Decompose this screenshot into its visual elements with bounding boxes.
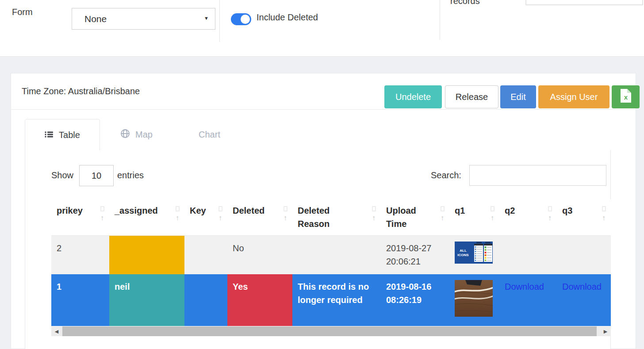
- excel-file-icon: x: [620, 88, 632, 105]
- cell-deleted-reason[interactable]: [292, 236, 381, 274]
- toggle-knob: [241, 15, 250, 24]
- cell-q2[interactable]: Download: [499, 274, 557, 326]
- cell-q3[interactable]: Download: [557, 274, 611, 326]
- svg-text:ICONS: ICONS: [457, 253, 469, 257]
- cell-deleted[interactable]: Yes: [227, 274, 292, 326]
- records-table: prikey ↑ _assigned ↑ Key ↑ Deleted ↑ Del…: [51, 199, 611, 326]
- table-tab-content: Show entries Search: prikey ↑ _assigned …: [25, 150, 611, 349]
- scroll-left-button[interactable]: ◀: [51, 326, 62, 336]
- tab-map[interactable]: Map: [100, 119, 173, 150]
- assign-user-button[interactable]: Assign User: [538, 85, 610, 108]
- timezone-label: Time Zone: Australia/Brisbane: [22, 86, 140, 96]
- tab-chart[interactable]: Chart: [173, 119, 246, 150]
- cell-q1[interactable]: [449, 274, 499, 326]
- page: Form None ▼ Include Deleted records Time…: [0, 0, 644, 349]
- include-deleted-toggle[interactable]: [231, 13, 251, 25]
- cell-prikey[interactable]: 1: [51, 274, 109, 326]
- sort-icon: ↑: [282, 204, 289, 235]
- chevron-down-icon: ▼: [204, 15, 209, 21]
- column-header-q2[interactable]: q2 ↑: [499, 199, 557, 236]
- show-label: Show: [51, 170, 73, 180]
- download-link[interactable]: Download: [505, 282, 544, 291]
- horizontal-scrollbar[interactable]: ◀ ▶: [51, 326, 611, 336]
- list-icon: [45, 130, 54, 140]
- sort-icon: ↑: [546, 204, 553, 235]
- cell-q1[interactable]: ALL ICONS: [449, 236, 499, 274]
- sort-icon: ↑: [439, 204, 446, 235]
- form-select[interactable]: None ▼: [72, 8, 215, 30]
- scrollbar-thumb[interactable]: [62, 326, 597, 336]
- cell-upload-time[interactable]: 2019-08-27 20:06:21: [381, 236, 449, 274]
- cell-deleted[interactable]: No: [227, 236, 292, 274]
- globe-icon: [120, 129, 130, 141]
- svg-text:ALL: ALL: [460, 249, 467, 253]
- export-excel-button[interactable]: x: [612, 85, 640, 108]
- page-size-input[interactable]: [79, 165, 114, 186]
- scroll-right-button[interactable]: ▶: [600, 326, 611, 336]
- records-panel: Time Zone: Australia/Brisbane Undelete R…: [11, 73, 636, 349]
- column-header-upload-time[interactable]: Upload Time ↑: [381, 199, 449, 236]
- column-header-deleted-reason[interactable]: Deleted Reason ↑: [292, 199, 381, 236]
- column-header-assigned[interactable]: _assigned ↑: [109, 199, 184, 236]
- entries-label: entries: [117, 170, 144, 180]
- divider: [219, 0, 220, 42]
- sort-icon: ↑: [489, 204, 496, 235]
- form-select-value: None: [84, 14, 107, 24]
- column-header-q3[interactable]: q3 ↑: [557, 199, 611, 236]
- sort-icon: ↑: [370, 204, 377, 235]
- floor-photo-image: [455, 280, 493, 317]
- cell-prikey[interactable]: 2: [51, 236, 109, 274]
- form-section: Form None ▼ Include Deleted records: [0, 0, 644, 57]
- cell-assigned[interactable]: neil: [109, 274, 184, 326]
- cell-assigned[interactable]: [109, 236, 184, 274]
- search-label: Search:: [431, 170, 461, 180]
- tab-table-label: Table: [59, 130, 80, 140]
- sort-icon: ↑: [99, 204, 106, 235]
- all-icons-image: ALL ICONS: [455, 242, 493, 264]
- divider: [440, 0, 440, 40]
- download-link[interactable]: Download: [562, 282, 602, 291]
- cell-key[interactable]: [184, 236, 227, 274]
- sort-icon: ↑: [174, 204, 181, 235]
- panel-header: Time Zone: Australia/Brisbane Undelete R…: [11, 73, 636, 110]
- sort-icon: ↑: [600, 204, 607, 235]
- svg-text:x: x: [624, 93, 628, 101]
- cell-key[interactable]: [184, 274, 227, 326]
- tab-chart-label: Chart: [199, 130, 220, 140]
- cell-upload-time[interactable]: 2019-08-16 08:26:19: [381, 274, 449, 326]
- sort-icon: ↑: [217, 204, 224, 235]
- undelete-button[interactable]: Undelete: [384, 85, 442, 108]
- tab-table[interactable]: Table: [25, 119, 100, 150]
- release-button[interactable]: Release: [445, 85, 498, 108]
- tab-map-label: Map: [135, 130, 153, 140]
- form-label: Form: [12, 7, 33, 17]
- edit-button[interactable]: Edit: [500, 85, 536, 108]
- column-header-prikey[interactable]: prikey ↑: [51, 199, 109, 236]
- cell-q3[interactable]: [557, 236, 611, 274]
- column-header-q1[interactable]: q1 ↑: [449, 199, 499, 236]
- include-deleted-label: Include Deleted: [257, 12, 318, 23]
- search-input[interactable]: [469, 165, 606, 186]
- column-header-key[interactable]: Key ↑: [184, 199, 227, 236]
- records-label: records: [450, 0, 480, 6]
- column-header-deleted[interactable]: Deleted ↑: [227, 199, 292, 236]
- records-input[interactable]: [525, 0, 643, 5]
- cell-q2[interactable]: [499, 236, 557, 274]
- cell-deleted-reason[interactable]: This record is no longer required: [292, 274, 381, 326]
